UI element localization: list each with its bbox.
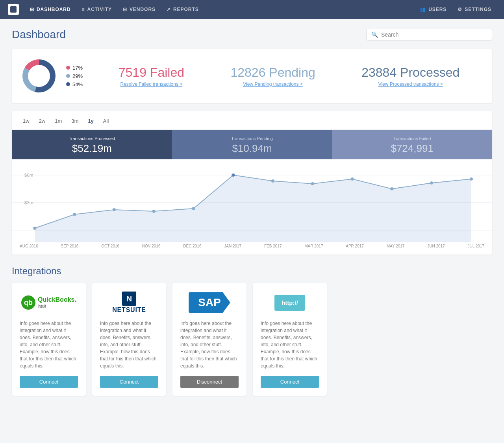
stat-processed: 23884 Processed View Processed transacti… [361, 65, 460, 87]
filter-3m[interactable]: 3m [70, 117, 80, 125]
nav-vendors[interactable]: ⊟ VENDORS [118, 4, 160, 15]
nav-users[interactable]: 👥 USERS [415, 4, 451, 15]
netsuite-connect-button[interactable]: Connect [100, 376, 158, 388]
svg-point-13 [192, 207, 195, 210]
bar-processed-value: $52.19m [12, 142, 172, 155]
http-logo: http:// [261, 291, 319, 314]
vendors-icon: ⊟ [123, 7, 127, 12]
sap-logo: SAP [180, 291, 239, 314]
filter-1y[interactable]: 1y [86, 117, 95, 125]
quickbooks-desc: Info goes here about the integration and… [20, 320, 78, 369]
x-label-jun2017: JUN 2017 [427, 244, 445, 248]
x-label-dec2016: DEC 2016 [183, 244, 201, 248]
nav-reports[interactable]: ↗ REPORTS [162, 4, 204, 15]
svg-point-3 [29, 66, 49, 86]
bar-failed-value: $724,991 [332, 142, 492, 155]
filter-1m[interactable]: 1m [53, 117, 63, 125]
svg-point-17 [350, 177, 354, 181]
filter-2w[interactable]: 2w [37, 117, 47, 125]
page-title: Dashboard [12, 28, 66, 41]
processed-count: 23884 Processed [361, 65, 460, 80]
svg-point-14 [232, 174, 235, 177]
donut-labels: 17% 29% 54% [66, 65, 83, 87]
bar-pending[interactable]: Transactions Pending $10.94m [172, 130, 332, 159]
failed-count: 7519 Failed [119, 65, 184, 80]
bar-processed[interactable]: Transactions Processed $52.19m [12, 130, 172, 159]
nav-links: ⊞ DASHBOARD ≡ ACTIVITY ⊟ VENDORS ↗ REPOR… [25, 4, 415, 15]
pending-label: 29% [66, 73, 83, 79]
integration-sap: SAP Info goes here about the integration… [172, 283, 246, 396]
dashboard-icon: ⊞ [30, 7, 34, 12]
line-chart-wrapper: $6m $3m AU [12, 159, 492, 255]
quickbooks-logo: qb QuickBooks. intuit [20, 291, 78, 314]
svg-point-10 [73, 213, 76, 216]
processed-label: 54% [66, 81, 83, 87]
reports-icon: ↗ [167, 7, 171, 12]
bar-failed-label: Transactions Failed [332, 136, 492, 141]
svg-point-19 [430, 181, 433, 185]
x-label-jul2017: JUL 2017 [467, 244, 484, 248]
page-header: Dashboard 🔍 [12, 28, 492, 41]
bar-failed[interactable]: Transactions Failed $724,991 [332, 130, 492, 159]
pending-count: 12826 Pending [230, 65, 315, 80]
svg-text:$6m: $6m [24, 173, 33, 177]
integration-quickbooks: qb QuickBooks. intuit Info goes here abo… [12, 283, 86, 396]
failed-dot [66, 66, 70, 70]
bar-processed-label: Transactions Processed [12, 136, 172, 141]
x-label-aug2016: AUG 2016 [20, 244, 38, 248]
x-label-jan2017: JAN 2017 [224, 244, 241, 248]
view-processed-link[interactable]: View Processed transactions > [361, 81, 460, 87]
x-label-oct2016: OCT 2016 [101, 244, 119, 248]
sap-desc: Info goes here about the integration and… [180, 320, 239, 369]
netsuite-text: NETSUITE [112, 306, 146, 314]
resolve-failed-link[interactable]: Resolve Failed transactions > [119, 81, 184, 87]
stat-failed: 7519 Failed Resolve Failed transactions … [119, 65, 184, 87]
search-input[interactable] [381, 31, 487, 38]
qb-icon: qb [21, 295, 35, 310]
nav-activity[interactable]: ≡ ACTIVITY [77, 4, 117, 15]
users-icon: 👥 [420, 7, 426, 12]
x-label-may2017: MAY 2017 [387, 244, 405, 248]
search-box[interactable]: 🔍 [366, 29, 492, 41]
svg-point-16 [311, 182, 314, 185]
settings-icon: ⚙ [458, 7, 462, 12]
http-text: http:// [274, 295, 305, 311]
http-desc: Info goes here about the integration and… [261, 320, 319, 369]
svg-point-11 [113, 208, 116, 211]
sap-disconnect-button[interactable]: Disconnect [180, 376, 239, 388]
stats-card: 17% 29% 54% 7519 Failed Resolve Failed t… [12, 49, 492, 103]
search-icon: 🔍 [371, 31, 378, 38]
donut-chart [21, 58, 57, 94]
svg-point-15 [271, 179, 274, 183]
sap-text: SAP [189, 292, 230, 313]
nav-dashboard[interactable]: ⊞ DASHBOARD [25, 4, 76, 15]
view-pending-link[interactable]: View Pending transactions > [230, 81, 315, 87]
http-connect-button[interactable]: Connect [261, 376, 319, 388]
nav-settings[interactable]: ⚙ SETTINGS [453, 4, 496, 15]
svg-point-20 [470, 177, 473, 181]
netsuite-n-icon: N [122, 292, 136, 306]
app-logo[interactable] [8, 4, 19, 15]
filter-1w[interactable]: 1w [21, 117, 31, 125]
integrations-title: Integrations [12, 266, 492, 277]
nav-right: 👥 USERS ⚙ SETTINGS [415, 4, 496, 15]
activity-icon: ≡ [82, 7, 85, 12]
integration-http: http:// Info goes here about the integra… [253, 283, 327, 396]
filter-all[interactable]: All [102, 117, 110, 125]
svg-point-9 [33, 227, 36, 230]
bar-pending-label: Transactions Pending [172, 136, 332, 141]
x-label-nov2016: NOV 2016 [142, 244, 161, 248]
integrations-grid: qb QuickBooks. intuit Info goes here abo… [12, 283, 492, 396]
pending-dot [66, 74, 70, 78]
netsuite-logo: N NETSUITE [100, 291, 158, 314]
svg-point-18 [390, 187, 393, 190]
quickbooks-connect-button[interactable]: Connect [20, 376, 78, 388]
bar-pending-value: $10.94m [172, 142, 332, 155]
failed-label: 17% [66, 65, 83, 71]
netsuite-desc: Info goes here about the integration and… [100, 320, 158, 369]
time-filters: 1w 2w 1m 3m 1y All [12, 111, 492, 130]
main-content: Dashboard 🔍 17% 29% [0, 19, 504, 405]
stat-pending: 12826 Pending View Pending transactions … [230, 65, 315, 87]
chart-section: 1w 2w 1m 3m 1y All Transactions Processe… [12, 111, 492, 255]
chart-bars: Transactions Processed $52.19m Transacti… [12, 130, 492, 159]
